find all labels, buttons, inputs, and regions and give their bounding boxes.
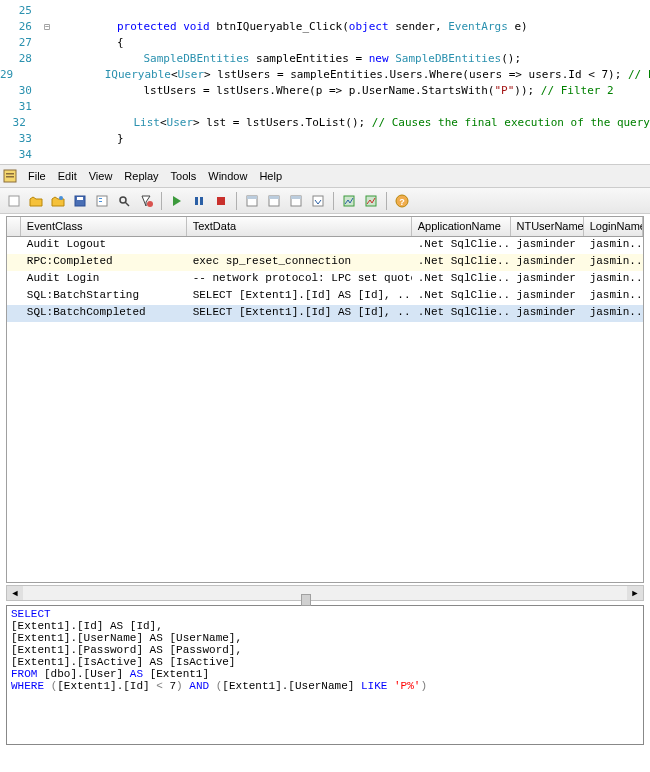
toolbar-sep — [161, 192, 162, 210]
menu-window[interactable]: Window — [202, 168, 253, 184]
code-line[interactable]: 34 — [0, 146, 650, 162]
grid-cell: jasminder — [511, 305, 584, 322]
scroll-thumb[interactable] — [301, 594, 311, 606]
grid-cell: .Net SqlClie... — [412, 254, 511, 271]
svg-rect-1 — [6, 173, 14, 175]
new-trace-icon[interactable] — [4, 191, 24, 211]
events-grid[interactable]: EventClass TextData ApplicationName NTUs… — [6, 216, 644, 583]
grid-cell: jasminder — [511, 288, 584, 305]
menu-edit[interactable]: Edit — [52, 168, 83, 184]
code-line[interactable]: 31 — [0, 98, 650, 114]
pause-icon[interactable] — [189, 191, 209, 211]
col-textdata[interactable]: TextData — [187, 217, 412, 236]
grid-cell: jasmin.. — [584, 237, 643, 254]
code-line[interactable]: 25 — [0, 2, 650, 18]
grid-cell: .Net SqlClie... — [412, 271, 511, 288]
grid-cell: SQL:BatchStarting — [21, 288, 187, 305]
sql-kw: WHERE — [11, 680, 44, 692]
save-icon[interactable] — [70, 191, 90, 211]
scroll-left-icon[interactable]: ◄ — [7, 586, 23, 600]
perfmon1-icon[interactable] — [339, 191, 359, 211]
grid-cell: jasminder — [511, 237, 584, 254]
col-eventclass[interactable]: EventClass — [21, 217, 187, 236]
new-template-icon[interactable] — [48, 191, 68, 211]
code-line[interactable]: 29 IQueryable<User> lstUsers = sampleEnt… — [0, 66, 650, 82]
code-line[interactable]: 27 { — [0, 34, 650, 50]
grid-cell: SQL:BatchCompleted — [21, 305, 187, 322]
run-icon[interactable] — [167, 191, 187, 211]
window1-icon[interactable] — [242, 191, 262, 211]
table-row[interactable]: RPC:Completedexec sp_reset_connection.Ne… — [7, 254, 643, 271]
sql-col: [Extent1].[Id] AS [Id], — [11, 620, 639, 632]
svg-rect-13 — [195, 197, 198, 205]
svg-rect-19 — [269, 196, 279, 199]
table-row[interactable]: Audit Login-- network protocol: LPC set … — [7, 271, 643, 288]
toolbar-sep — [236, 192, 237, 210]
col-login[interactable]: LoginName — [584, 217, 643, 236]
find-icon[interactable] — [114, 191, 134, 211]
svg-rect-15 — [217, 197, 225, 205]
grid-cell: jasmin.. — [584, 254, 643, 271]
autoscroll-icon[interactable] — [308, 191, 328, 211]
code-line[interactable]: 30 lstUsers = lstUsers.Where(p => p.User… — [0, 82, 650, 98]
grid-cell: exec sp_reset_connection — [187, 254, 412, 271]
svg-text:?: ? — [399, 197, 405, 207]
svg-rect-8 — [99, 198, 102, 199]
svg-rect-17 — [247, 196, 257, 199]
grid-empty-area — [7, 322, 643, 582]
grid-cell: jasminder — [511, 254, 584, 271]
table-row[interactable]: Audit Logout.Net SqlClie...jasminderjasm… — [7, 237, 643, 254]
grid-cell: .Net SqlClie... — [412, 305, 511, 322]
open-folder-icon[interactable] — [26, 191, 46, 211]
menu-help[interactable]: Help — [253, 168, 288, 184]
horizontal-scrollbar[interactable]: ◄ ► — [6, 585, 644, 601]
properties-icon[interactable] — [92, 191, 112, 211]
scroll-right-icon[interactable]: ► — [627, 586, 643, 600]
menu-tools[interactable]: Tools — [165, 168, 203, 184]
col-ntuser[interactable]: NTUserName — [511, 217, 584, 236]
code-line[interactable]: 32 List<User> lst = lstUsers.ToList(); /… — [0, 114, 650, 130]
grid-cell: .Net SqlClie... — [412, 237, 511, 254]
grid-cell: RPC:Completed — [21, 254, 187, 271]
code-line[interactable]: 26⊟ protected void btnIQueryable_Click(o… — [0, 18, 650, 34]
clear-icon[interactable] — [136, 191, 156, 211]
grid-cell: SELECT [Extent1].[Id] AS [Id], ... — [187, 288, 412, 305]
sql-profiler: FileEditViewReplayToolsWindowHelp ? Even… — [0, 165, 650, 745]
sql-kw: SELECT — [11, 608, 51, 620]
menu-file[interactable]: File — [22, 168, 52, 184]
window2-icon[interactable] — [264, 191, 284, 211]
code-editor: 2526⊟ protected void btnIQueryable_Click… — [0, 0, 650, 165]
table-row[interactable]: SQL:BatchCompletedSELECT [Extent1].[Id] … — [7, 305, 643, 322]
grid-body: Audit Logout.Net SqlClie...jasminderjasm… — [7, 237, 643, 322]
help-icon[interactable]: ? — [392, 191, 412, 211]
toolbar-sep — [333, 192, 334, 210]
svg-point-4 — [59, 196, 63, 200]
svg-rect-21 — [291, 196, 301, 199]
menu-bar: FileEditViewReplayToolsWindowHelp — [0, 165, 650, 188]
window3-icon[interactable] — [286, 191, 306, 211]
app-icon — [2, 168, 18, 184]
stop-icon[interactable] — [211, 191, 231, 211]
sql-kw: FROM — [11, 668, 37, 680]
toolbar: ? — [0, 188, 650, 214]
menu-replay[interactable]: Replay — [118, 168, 164, 184]
sql-text-pane[interactable]: SELECT [Extent1].[Id] AS [Id], [Extent1]… — [6, 605, 644, 745]
code-line[interactable]: 33 } — [0, 130, 650, 146]
svg-rect-14 — [200, 197, 203, 205]
grid-cell: jasmin.. — [584, 288, 643, 305]
perfmon2-icon[interactable] — [361, 191, 381, 211]
toolbar-sep — [386, 192, 387, 210]
code-line[interactable]: 28 SampleDBEntities sampleEntities = new… — [0, 50, 650, 66]
grid-cell: .Net SqlClie... — [412, 288, 511, 305]
grid-cell: jasmin.. — [584, 271, 643, 288]
svg-rect-3 — [9, 196, 19, 206]
sql-col: [Extent1].[Password] AS [Password], — [11, 644, 639, 656]
grid-header: EventClass TextData ApplicationName NTUs… — [7, 217, 643, 237]
svg-rect-2 — [6, 176, 14, 178]
grid-cell — [187, 237, 412, 254]
col-appname[interactable]: ApplicationName — [412, 217, 511, 236]
menu-view[interactable]: View — [83, 168, 119, 184]
grid-cell: Audit Logout — [21, 237, 187, 254]
grid-cell: SELECT [Extent1].[Id] AS [Id], ... — [187, 305, 412, 322]
table-row[interactable]: SQL:BatchStartingSELECT [Extent1].[Id] A… — [7, 288, 643, 305]
